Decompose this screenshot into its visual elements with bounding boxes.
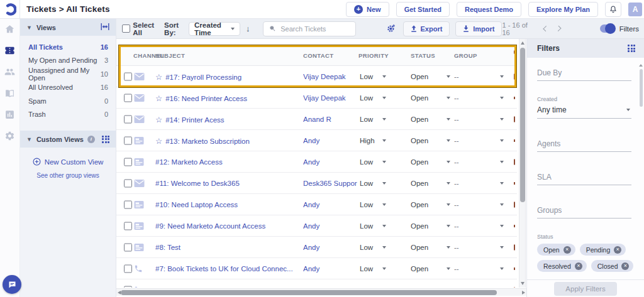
column-header-contact[interactable]: CONTACT: [303, 52, 334, 59]
ticket-subject-link[interactable]: #12: Marketo Access: [155, 158, 299, 166]
request-demo-button[interactable]: Request Demo: [457, 2, 521, 17]
filters-grid-icon[interactable]: [628, 45, 635, 52]
star-icon[interactable]: ☆: [155, 115, 162, 124]
nav-knowledge-base-icon[interactable]: [4, 87, 16, 99]
status-dropdown[interactable]: [447, 246, 450, 249]
vertical-scrollbar-thumb[interactable]: [520, 48, 525, 202]
priority-dropdown[interactable]: [382, 246, 386, 249]
ticket-row[interactable]: #7: Book Tickets to UK for Cloud Connec.…: [116, 258, 517, 279]
import-button[interactable]: Import: [455, 21, 502, 36]
contact-link[interactable]: Desk365 Support: [303, 180, 357, 187]
row-checkbox[interactable]: [124, 158, 132, 166]
view-item-spam[interactable]: Spam0: [20, 94, 116, 108]
status-dropdown[interactable]: [447, 118, 450, 121]
remove-chip-icon[interactable]: ×: [564, 246, 571, 254]
ticket-subject-link[interactable]: #8: Test: [155, 244, 299, 251]
priority-dropdown[interactable]: [382, 97, 386, 99]
select-all-checkbox[interactable]: [122, 24, 130, 33]
status-dropdown[interactable]: [447, 225, 450, 227]
ticket-row[interactable]: #10: Need Laptop AccessAndyLowOpen--: [116, 194, 517, 215]
groups-field[interactable]: [537, 204, 631, 219]
collapse-panel-icon[interactable]: [101, 23, 109, 31]
ticket-subject-link[interactable]: ☆#13: Marketo Subscription: [155, 136, 299, 145]
ticket-subject-link[interactable]: #11: Welcome to Desk365: [155, 180, 299, 187]
column-header-subject[interactable]: SUBJECT: [155, 52, 185, 59]
contact-link[interactable]: Andy: [303, 265, 357, 273]
sla-field[interactable]: [537, 171, 631, 185]
nav-home-icon[interactable]: [4, 23, 16, 35]
group-dropdown[interactable]: [500, 246, 504, 249]
view-item-all-tickets[interactable]: All Tickets16: [20, 40, 116, 54]
new-ticket-button[interactable]: + New: [346, 2, 389, 17]
ticket-subject-link[interactable]: #6: Canva Subscription: [155, 286, 299, 288]
contact-link[interactable]: Anand R: [303, 116, 357, 123]
filters-toggle[interactable]: [600, 24, 615, 33]
contact-link[interactable]: Vijay Deepak: [303, 73, 357, 80]
contact-link[interactable]: Andy: [303, 137, 357, 144]
view-item-all-unresolved[interactable]: All Unresolved16: [20, 81, 116, 95]
user-avatar[interactable]: A: [628, 3, 642, 16]
group-dropdown[interactable]: [500, 139, 504, 142]
automation-settings-button[interactable]: [386, 23, 396, 35]
views-header[interactable]: ▼ Views: [20, 19, 116, 36]
contact-link[interactable]: Andy: [303, 286, 357, 288]
next-page-button[interactable]: [555, 26, 561, 31]
row-checkbox[interactable]: [124, 222, 132, 230]
row-checkbox[interactable]: [124, 94, 132, 102]
remove-chip-icon[interactable]: ×: [614, 246, 621, 254]
ticket-row[interactable]: #9: Need Marketo Account AccessAndyLowOp…: [116, 215, 517, 237]
scroll-right-arrow[interactable]: [522, 291, 525, 294]
view-item-my-open-and-pending[interactable]: My Open and Pending3: [20, 54, 116, 68]
contact-link[interactable]: Andy: [303, 158, 357, 166]
ticket-row[interactable]: #6: Canva SubscriptionAndyLowOpen--: [116, 279, 517, 288]
custom-views-header[interactable]: ▼ Custom Views i: [20, 131, 116, 148]
group-dropdown[interactable]: [500, 225, 504, 227]
status-dropdown[interactable]: [447, 97, 450, 99]
priority-dropdown[interactable]: [382, 75, 386, 78]
see-other-group-views-link[interactable]: See other group views: [20, 172, 116, 179]
priority-dropdown[interactable]: [382, 225, 386, 227]
column-header-group[interactable]: GROUP: [454, 52, 477, 59]
group-dropdown[interactable]: [500, 75, 504, 78]
priority-dropdown[interactable]: [382, 139, 386, 142]
contact-link[interactable]: Vijay Deepak: [303, 94, 357, 102]
priority-dropdown[interactable]: [382, 267, 386, 270]
row-checkbox[interactable]: [124, 115, 132, 123]
scroll-down-arrow[interactable]: [521, 282, 525, 285]
app-logo[interactable]: [0, 0, 20, 19]
new-custom-view-button[interactable]: New Custom View: [20, 158, 116, 166]
priority-dropdown[interactable]: [382, 161, 386, 163]
scroll-up-arrow[interactable]: [639, 64, 643, 67]
sort-direction-button[interactable]: ↓: [246, 24, 250, 33]
row-checkbox[interactable]: [124, 286, 132, 288]
filters-scrollbar[interactable]: [639, 64, 643, 293]
row-checkbox[interactable]: [124, 200, 132, 208]
group-dropdown[interactable]: [500, 182, 504, 185]
ticket-row[interactable]: ☆#13: Marketo SubscriptionAndyHighOpen--: [116, 130, 517, 151]
row-checkbox[interactable]: [124, 264, 132, 273]
vertical-scrollbar[interactable]: [519, 39, 526, 288]
priority-dropdown[interactable]: [382, 203, 386, 206]
ticket-subject-link[interactable]: #7: Book Tickets to UK for Cloud Connec.…: [155, 265, 299, 273]
ticket-subject-link[interactable]: ☆#16: Need Printer Access: [155, 93, 299, 102]
nav-contacts-icon[interactable]: [4, 65, 16, 78]
sort-dropdown[interactable]: Created Time: [189, 22, 240, 36]
contact-link[interactable]: Andy: [303, 244, 357, 251]
get-started-button[interactable]: Get Started: [396, 2, 450, 17]
export-button[interactable]: Export: [403, 21, 450, 36]
ticket-subject-link[interactable]: #10: Need Laptop Access: [155, 201, 299, 208]
ticket-row[interactable]: #11: Welcome to Desk365Desk365 SupportLo…: [116, 173, 517, 194]
priority-dropdown[interactable]: [382, 118, 386, 121]
agents-field[interactable]: [537, 138, 631, 152]
due-by-field[interactable]: [537, 67, 631, 81]
scroll-up-arrow[interactable]: [521, 41, 525, 45]
status-dropdown[interactable]: [447, 203, 450, 206]
group-dropdown[interactable]: [500, 118, 504, 121]
group-dropdown[interactable]: [500, 97, 504, 99]
previous-page-button[interactable]: [543, 26, 548, 31]
filters-scrollbar-thumb[interactable]: [640, 69, 643, 107]
nav-reports-icon[interactable]: [4, 108, 16, 121]
status-dropdown[interactable]: [447, 139, 450, 142]
status-dropdown[interactable]: [447, 182, 450, 185]
ticket-subject-link[interactable]: ☆#17: Payroll Processing: [155, 72, 299, 81]
